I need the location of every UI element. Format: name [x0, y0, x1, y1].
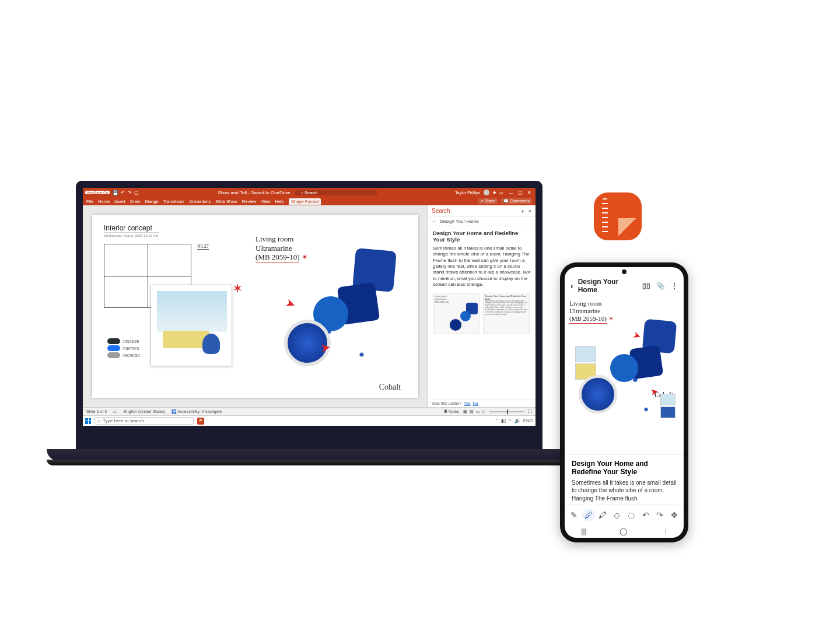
accessibility-label[interactable]: ♿ Accessibility: Investigate: [172, 409, 222, 414]
tray-chevron-up-icon[interactable]: ˄: [496, 418, 498, 423]
redo-icon[interactable]: ↷: [653, 509, 666, 521]
titlebar-search-box[interactable]: ⌕ Search: [295, 190, 377, 195]
tab-home[interactable]: Home: [98, 199, 110, 204]
premium-icon[interactable]: ◆: [493, 190, 496, 195]
color-swatches: #252E2E #1B73F3 #9C9C9C: [107, 337, 141, 359]
home-icon[interactable]: ◯: [620, 527, 627, 535]
tab-slide-show[interactable]: Slide Show: [215, 199, 237, 204]
slide-counter[interactable]: Slide 3 of 3: [86, 409, 107, 414]
tab-animations[interactable]: Animations: [189, 199, 211, 204]
normal-view-icon[interactable]: ▦: [463, 409, 467, 414]
powerpoint-taskbar-icon[interactable]: P: [197, 418, 204, 425]
search-panel-footer: Was this useful? Yes No: [428, 399, 536, 407]
window-controls: — ▢ ✕: [507, 190, 533, 195]
highlighter-tool-icon[interactable]: 🖊: [582, 509, 595, 521]
tab-help[interactable]: Help: [275, 199, 284, 204]
panel-close-icon[interactable]: ✕: [528, 209, 532, 214]
maximize-icon[interactable]: ▢: [518, 190, 523, 195]
back-nav-icon[interactable]: 〈: [660, 527, 667, 537]
zoom-slider[interactable]: [489, 411, 524, 412]
more-tools-icon[interactable]: ✥: [668, 509, 681, 521]
undo-icon[interactable]: ↶: [639, 509, 652, 521]
more-icon[interactable]: ⋮: [671, 282, 678, 290]
marker-tool-icon[interactable]: 🖍: [596, 509, 609, 521]
tab-insert[interactable]: Insert: [114, 199, 125, 204]
redo-icon[interactable]: ↷: [128, 190, 132, 195]
useful-no-link[interactable]: No: [473, 401, 478, 405]
search-result-thumb[interactable]: Design Your Home and Redefine Your Style…: [483, 293, 530, 334]
notes-canvas[interactable]: Living room Ultramarine (MB 2059-10) ✶ ➤…: [565, 297, 684, 454]
hand-line-1: Living room: [256, 234, 308, 244]
attachment-icon[interactable]: 📎: [656, 282, 665, 290]
tab-design[interactable]: Design: [145, 199, 158, 204]
minimize-icon[interactable]: —: [509, 190, 513, 195]
user-avatar-icon[interactable]: [484, 190, 489, 195]
inset-photo: [660, 407, 676, 418]
sorter-view-icon[interactable]: ▤: [470, 409, 474, 414]
search-panel-body: Design Your Home and Redefine Your Style…: [428, 226, 536, 399]
swatch-row: #252E2E: [107, 338, 141, 344]
search-result-thumb[interactable]: Living room Ultramarine (MB 2059-10): [433, 293, 480, 334]
note-title: Design Your Home: [578, 278, 638, 294]
notes-toggle[interactable]: ≣ Notes: [444, 409, 459, 414]
swatch-row: #9C9C9C: [107, 352, 141, 358]
reading-view-icon[interactable]: ▭: [476, 409, 480, 414]
laptop-screen: AutoSave On 💾 ↶ ↷ ▢ Show and Tell - Save…: [76, 181, 542, 449]
wifi-icon[interactable]: ⌔: [509, 418, 512, 423]
reader-mode-icon[interactable]: ▯▯: [642, 282, 650, 290]
paint-swatch-cluster: ➤ ➤: [284, 250, 395, 366]
slide-title: Interior concept: [104, 224, 407, 232]
quick-access-toolbar: 💾 ↶ ↷ ▢: [112, 190, 139, 195]
useful-yes-link[interactable]: Yes: [464, 401, 470, 405]
fit-to-window-icon[interactable]: ⛶: [528, 409, 532, 414]
ribbon-display-icon[interactable]: ▭: [499, 190, 503, 195]
autosave-toggle[interactable]: AutoSave On: [85, 191, 110, 194]
eraser-tool-icon[interactable]: ◇: [611, 509, 624, 521]
swatch-blue: [107, 345, 120, 351]
tab-view[interactable]: View: [261, 199, 270, 204]
language-indicator[interactable]: ENG: [523, 418, 533, 423]
share-button[interactable]: ↗ Share: [478, 198, 498, 204]
search-query-text: Design Your Home: [440, 219, 479, 224]
save-icon[interactable]: 💾: [113, 190, 118, 195]
panel-dropdown-icon[interactable]: ▾: [522, 209, 524, 214]
ppt-status-bar: Slide 3 of 3 📖 English (United States) ♿…: [83, 407, 536, 415]
search-panel-header: Search ▾ ✕: [428, 205, 536, 217]
slide-editor-area[interactable]: Interior concept Wednesday, Aug 6, 2020 …: [83, 205, 428, 407]
search-placeholder: Search: [304, 191, 317, 195]
battery-icon[interactable]: ▮▯: [501, 418, 506, 423]
slide-canvas[interactable]: Interior concept Wednesday, Aug 6, 2020 …: [92, 215, 418, 398]
comments-button[interactable]: 💬 Comments: [501, 198, 532, 204]
notes-app-header: ‹ Design Your Home ▯▯ 📎 ⋮: [565, 274, 684, 297]
annotation-no27: N0.27: [197, 244, 209, 250]
volume-icon[interactable]: 🔊: [514, 418, 520, 423]
recents-icon[interactable]: |||: [581, 527, 586, 535]
pen-tool-icon[interactable]: ✎: [568, 509, 580, 521]
taskbar-search-box[interactable]: ⌕ Type here to search: [94, 417, 194, 425]
slide-subtitle: Wednesday, Aug 6, 2020 11:00 AM: [104, 232, 159, 237]
tab-draw[interactable]: Draw: [130, 199, 141, 204]
tab-transitions[interactable]: Transitions: [163, 199, 184, 204]
swatch-row: #1B73F3: [107, 345, 141, 351]
tab-review[interactable]: Review: [242, 199, 257, 204]
slideshow-view-icon[interactable]: ▷: [482, 409, 485, 414]
notes-article-body: Sometimes all it takes is one small deta…: [572, 479, 677, 503]
present-icon[interactable]: ▢: [134, 190, 139, 195]
phone-camera-notch: [622, 269, 626, 274]
language-label[interactable]: English (United States): [124, 409, 166, 414]
back-icon[interactable]: ‹: [570, 281, 573, 290]
phone-device-frame: ‹ Design Your Home ▯▯ 📎 ⋮ Living room Ul…: [560, 262, 688, 542]
search-article-body: Sometimes all it takes is one small deta…: [433, 246, 531, 288]
close-icon[interactable]: ✕: [527, 190, 531, 195]
undo-icon[interactable]: ↶: [121, 190, 125, 195]
tab-shape-format[interactable]: Shape Format: [289, 198, 321, 205]
windows-start-icon[interactable]: [85, 418, 91, 424]
spellcheck-icon[interactable]: 📖: [113, 409, 118, 414]
ppt-main-area: Interior concept Wednesday, Aug 6, 2020 …: [83, 205, 536, 407]
lasso-tool-icon[interactable]: ◌: [625, 509, 638, 521]
tab-file[interactable]: File: [86, 199, 93, 204]
user-name[interactable]: Taylor Phillips: [455, 191, 480, 195]
back-icon[interactable]: ←: [432, 219, 436, 224]
autosave-label: AutoSave: [87, 191, 102, 194]
windows-taskbar: ⌕ Type here to search P ˄ ▮▯ ⌔ 🔊 ENG: [83, 415, 536, 426]
